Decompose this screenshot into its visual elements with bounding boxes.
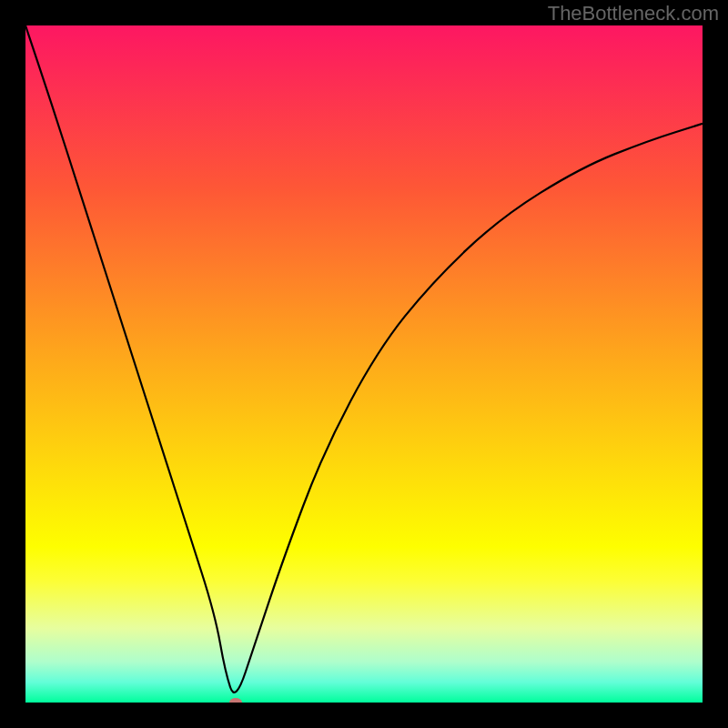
bottleneck-curve [25, 25, 703, 703]
plot-area [25, 25, 703, 703]
chart-canvas: TheBottleneck.com [0, 0, 728, 728]
watermark-label: TheBottleneck.com [548, 2, 719, 25]
optimum-point-marker [229, 698, 242, 703]
